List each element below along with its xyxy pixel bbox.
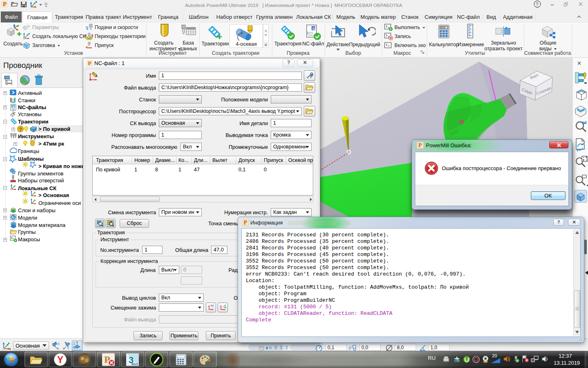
svg-text:P: P [244, 220, 247, 226]
svg-text:MAX: MAX [131, 363, 138, 366]
svg-text:Z: Z [73, 341, 76, 346]
svg-text:?: ? [536, 2, 539, 7]
svg-text:P: P [88, 60, 91, 66]
svg-text:X: X [57, 342, 60, 346]
svg-text:?: ? [19, 127, 22, 132]
svg-text:Y: Y [57, 355, 63, 365]
svg-text:Y: Y [67, 346, 69, 350]
svg-text:G: G [312, 27, 315, 31]
svg-text:G: G [12, 105, 15, 108]
svg-text:P: P [3, 1, 7, 7]
svg-text:P: P [419, 142, 422, 148]
